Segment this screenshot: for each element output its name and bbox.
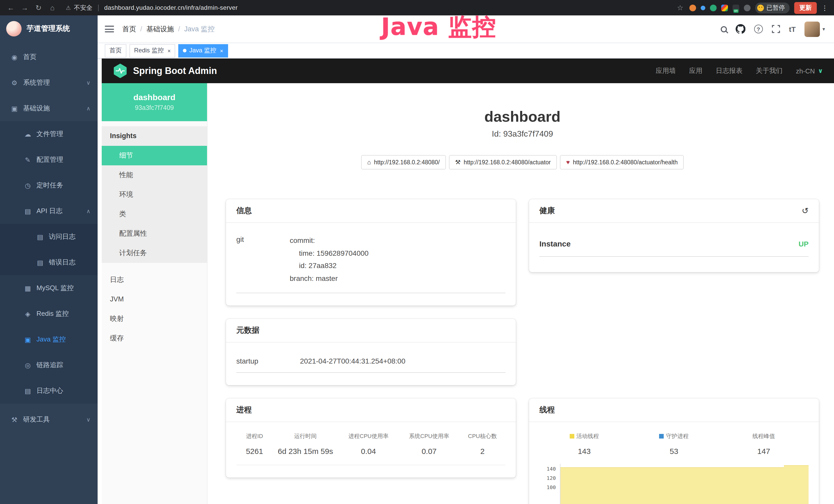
sba-nav-journal[interactable]: 日志报表 xyxy=(716,66,743,75)
process-stat-pid: 进程ID 5261 xyxy=(236,432,273,456)
sidebar-item-error-logs[interactable]: ▤ 错误日志 xyxy=(0,250,97,275)
help-icon[interactable]: ? xyxy=(754,25,763,33)
sba-item-mappings[interactable]: 映射 xyxy=(102,309,207,329)
sba-brand[interactable]: Spring Boot Admin xyxy=(113,64,217,78)
main-column: 首页 / 基础设施 / Java 监控 ? tT xyxy=(97,16,834,504)
info-card: 信息 git commit: time: 1596289704000 id: 2 xyxy=(226,199,516,305)
sidebar-item-java-monitor[interactable]: ▣ Java 监控 xyxy=(0,327,97,352)
sba-item-logs[interactable]: 日志 xyxy=(102,270,207,290)
text-size-icon[interactable]: tT xyxy=(789,25,796,33)
sba-instance-name: dashboard xyxy=(133,93,175,102)
sba-item-configprops[interactable]: 配置属性 xyxy=(102,224,207,244)
metadata-card-title: 元数据 xyxy=(226,319,516,343)
stat-value: 2 xyxy=(460,447,505,456)
sidebar-item-home[interactable]: ◉ 首页 xyxy=(0,44,97,70)
process-stats: 进程ID 5261 运行时间 6d 23h 15m 59s xyxy=(236,428,505,465)
close-icon[interactable]: × xyxy=(220,47,223,54)
breadcrumb-current: Java 监控 xyxy=(184,24,215,33)
health-url-button[interactable]: ♥ http://192.168.0.2:48080/actuator/heal… xyxy=(560,155,684,169)
log-center-icon: ▤ xyxy=(24,387,32,395)
threads-stat-live: 活动线程 143 xyxy=(540,432,629,456)
sidebar-item-tracing[interactable]: ◎ 链路追踪 xyxy=(0,352,97,378)
sba-nav-about[interactable]: 关于我们 xyxy=(756,66,783,75)
fullscreen-icon[interactable] xyxy=(772,25,780,33)
extension-icon-2[interactable] xyxy=(701,5,705,10)
profile-paused-badge[interactable]: 已暂停 xyxy=(755,2,790,13)
info-row-git: git commit: time: 1596289704000 id: 27aa… xyxy=(236,229,505,293)
sba-item-environment[interactable]: 环境 xyxy=(102,185,207,204)
sidebar-item-label: 系统管理 xyxy=(23,78,50,87)
sidebar-item-system[interactable]: ⚙ 系统管理 ∨ xyxy=(0,70,97,95)
github-icon[interactable] xyxy=(736,24,745,34)
tab-redis-monitor[interactable]: Redis 监控 × xyxy=(129,44,175,57)
sidebar-item-scheduled-jobs[interactable]: ◷ 定时任务 xyxy=(0,173,97,198)
extension-icon-3[interactable] xyxy=(710,4,717,11)
sidebar-item-mysql-monitor[interactable]: ▦ MySQL 监控 xyxy=(0,275,97,301)
sba-item-scheduled-tasks[interactable]: 计划任务 xyxy=(102,244,207,263)
wrench-icon: ⚒ xyxy=(455,159,461,166)
stat-label-text: 活动线程 xyxy=(576,432,599,440)
extension-icon-1[interactable] xyxy=(689,4,696,11)
hamburger-icon[interactable] xyxy=(105,26,114,32)
stat-label: 进程CPU使用率 xyxy=(338,432,399,440)
sidebar-item-log-center[interactable]: ▤ 日志中心 xyxy=(0,378,97,404)
chrome-update-button[interactable]: 更新 xyxy=(794,2,817,14)
sidebar-item-label: 文件管理 xyxy=(37,130,63,139)
extension-icon-6[interactable] xyxy=(744,4,750,11)
git-commit-line: commit: xyxy=(290,234,505,247)
sidebar-item-dev-tools[interactable]: ⚒ 研发工具 ∨ xyxy=(0,407,97,432)
sba-instance-block[interactable]: dashboard 93a3fc7f7409 xyxy=(102,83,207,121)
tab-home[interactable]: 首页 xyxy=(105,44,126,57)
back-icon[interactable]: ← xyxy=(6,4,16,12)
search-icon[interactable] xyxy=(721,26,727,32)
app-logo[interactable]: 芋道管理系统 xyxy=(0,16,97,42)
sba-sidebar: dashboard 93a3fc7f7409 Insights 细节 性能 环境… xyxy=(102,83,207,504)
browser-menu-icon[interactable]: ⋮ xyxy=(821,4,828,12)
sidebar-item-label: 日志中心 xyxy=(37,386,63,395)
threads-card-body: 活动线程 143 守护进程 xyxy=(529,422,819,504)
threads-stat-peak: 线程峰值 147 xyxy=(719,432,809,456)
sba-nav-wallboard[interactable]: 应用墙 xyxy=(656,66,676,75)
close-icon[interactable]: × xyxy=(168,47,171,54)
stat-label: 系统CPU使用率 xyxy=(399,432,460,440)
sidebar-item-redis-monitor[interactable]: ◈ Redis 监控 xyxy=(0,301,97,327)
extension-icon-4[interactable] xyxy=(721,4,728,11)
sba-item-metrics[interactable]: 性能 xyxy=(102,165,207,185)
user-avatar xyxy=(805,21,820,37)
sba-item-jvm[interactable]: JVM xyxy=(102,290,207,309)
stat-value: 143 xyxy=(540,447,629,456)
breadcrumb-infra[interactable]: 基础设施 xyxy=(147,24,174,33)
sba-nav-applications[interactable]: 应用 xyxy=(689,66,702,75)
sidebar-item-infra[interactable]: ▣ 基础设施 ∧ xyxy=(0,95,97,121)
reload-icon[interactable]: ↻ xyxy=(34,4,43,12)
user-menu[interactable]: ▾ xyxy=(805,21,825,37)
sidebar-item-access-logs[interactable]: ▤ 访问日志 xyxy=(0,224,97,250)
card-title: 线程 xyxy=(540,405,555,415)
sba-item-details[interactable]: 细节 xyxy=(102,146,207,165)
sba-item-classes[interactable]: 类 xyxy=(102,204,207,224)
chevron-down-icon: ∨ xyxy=(86,416,90,423)
sidebar-item-config-mgmt[interactable]: ✎ 配置管理 xyxy=(0,147,97,173)
sba-item-caches[interactable]: 缓存 xyxy=(102,329,207,348)
tab-java-monitor[interactable]: Java 监控 × xyxy=(178,44,228,57)
address-bar[interactable]: ⚠ 不安全 dashboard.yudao.iocoder.cn/infra/a… xyxy=(66,3,671,12)
threads-stats: 活动线程 143 守护进程 xyxy=(540,428,809,456)
redis-icon: ◈ xyxy=(24,310,32,318)
bookmark-star-icon[interactable]: ☆ xyxy=(676,4,685,12)
sidebar-item-file-mgmt[interactable]: ☁ 文件管理 xyxy=(0,121,97,147)
sba-brand-title: Spring Boot Admin xyxy=(133,66,217,76)
service-url-button[interactable]: ⌂ http://192.168.0.2:48080/ xyxy=(361,155,446,169)
caret-down-icon: ▾ xyxy=(822,26,825,32)
home-icon[interactable]: ⌂ xyxy=(48,4,57,12)
spring-boot-admin: Spring Boot Admin 应用墙 应用 日志报表 关于我们 zh-CN… xyxy=(102,59,834,504)
extension-icon-5[interactable]: on xyxy=(732,4,739,11)
process-card: 进程 进程ID 5261 运行时间 xyxy=(226,398,516,478)
service-url: http://192.168.0.2:48080/ xyxy=(374,159,440,165)
history-icon[interactable]: ↺ xyxy=(802,206,809,216)
sidebar-item-api-logs[interactable]: ▤ API 日志 ∧ xyxy=(0,198,97,224)
actuator-url-button[interactable]: ⚒ http://192.168.0.2:48080/actuator xyxy=(449,155,557,169)
breadcrumb-home[interactable]: 首页 xyxy=(122,24,136,33)
forward-icon[interactable]: → xyxy=(20,4,29,12)
sba-locale-select[interactable]: zh-CN ∨ xyxy=(796,67,823,75)
process-stat-system-cpu: 系统CPU使用率 0.07 xyxy=(399,432,460,456)
